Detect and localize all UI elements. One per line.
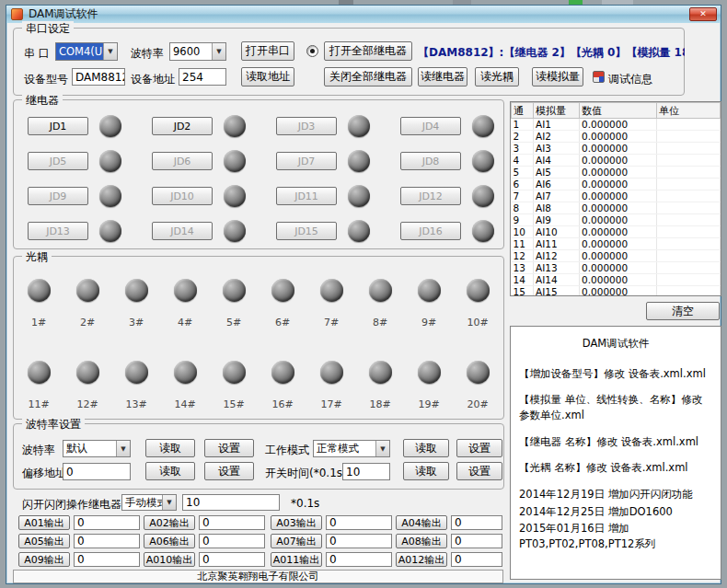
opto-indicator-7	[320, 279, 343, 302]
table-row[interactable]: 6AI60.000000	[512, 179, 721, 190]
info-line: 【继电器 名称】修改 设备表.xml.xml	[519, 434, 712, 450]
table-row[interactable]: 4AI40.000000	[512, 155, 721, 167]
table-row[interactable]: 11AI110.000000	[512, 238, 721, 250]
read-analog-button[interactable]: 读模拟量	[532, 67, 583, 86]
open-all-relays-button[interactable]: 打开全部继电器	[324, 41, 412, 61]
flash-mode-combo[interactable]: 手动模式 ▼	[121, 494, 177, 511]
ao-output-input-3[interactable]: 0	[326, 515, 392, 530]
ao-output-button-2[interactable]: A02输出	[144, 515, 195, 530]
ao-output-button-5[interactable]: A05输出	[18, 534, 70, 548]
read-address-button[interactable]: 读取地址	[241, 67, 294, 86]
offset-set-button[interactable]: 设置	[204, 462, 254, 480]
info-panel-title: DAM调试软件	[519, 336, 712, 352]
switch-time-input[interactable]: 10	[342, 463, 390, 480]
cell-ch: 3	[512, 143, 534, 155]
table-row[interactable]: 2AI20.000000	[512, 131, 721, 143]
relay-button-jd13[interactable]: JD13	[28, 222, 88, 240]
ao-output-button-11[interactable]: A011输出	[271, 552, 322, 567]
relay-button-jd7[interactable]: JD7	[276, 152, 337, 170]
baud-setting-combo[interactable]: 默认 ▼	[63, 440, 131, 457]
switch-read-button[interactable]: 读取	[403, 462, 449, 480]
relay-button-jd15[interactable]: JD15	[276, 222, 337, 240]
relay-button-jd1[interactable]: JD1	[28, 117, 88, 135]
table-row[interactable]: 5AI50.000000	[512, 167, 721, 179]
relay-button-jd2[interactable]: JD2	[152, 117, 213, 135]
ao-output-button-8[interactable]: A08输出	[396, 534, 447, 548]
ao-output-input-5[interactable]: 0	[74, 534, 140, 548]
ao-output-input-10[interactable]: 0	[199, 552, 265, 567]
work-mode-read-button[interactable]: 读取	[403, 439, 449, 457]
ao-output-input-2[interactable]: 0	[199, 515, 265, 530]
status-bar: 北京聚英翱翔电子有限公司	[13, 570, 503, 583]
info-line: 2014年12月19日 增加闪开闪闭功能	[519, 487, 712, 502]
table-row[interactable]: 15AI150.000000	[512, 286, 721, 297]
ao-output-button-4[interactable]: A04输出	[396, 515, 447, 530]
baud-settings-legend: 波特率设置	[22, 417, 85, 432]
table-row[interactable]: 12AI120.000000	[512, 250, 721, 262]
baud-read-button[interactable]: 读取	[145, 439, 195, 457]
relay-button-jd6[interactable]: JD6	[152, 152, 213, 170]
baud-rate-combo[interactable]: 9600 ▼	[169, 42, 226, 61]
table-row[interactable]: 14AI140.000000	[512, 274, 721, 286]
ao-output-button-9[interactable]: A09输出	[18, 552, 70, 567]
close-all-relays-button[interactable]: 关闭全部继电器	[324, 67, 412, 86]
cell-value: 0.000000	[580, 238, 657, 250]
flash-time-input[interactable]: 10	[182, 494, 280, 511]
ao-output-input-11[interactable]: 0	[326, 552, 392, 567]
table-row[interactable]: 7AI70.000000	[512, 190, 721, 202]
relay-button-jd12[interactable]: JD12	[400, 187, 461, 205]
ao-output-button-7[interactable]: A07输出	[271, 534, 322, 548]
ao-output-input-7[interactable]: 0	[326, 534, 392, 548]
device-address-input[interactable]: 254	[179, 68, 226, 86]
clear-button[interactable]: 清空	[646, 302, 720, 320]
ao-output-button-12[interactable]: A012输出	[396, 552, 447, 567]
ao-output-input-12[interactable]: 0	[451, 552, 502, 567]
table-row[interactable]: 3AI30.000000	[512, 143, 721, 155]
port-status-radio[interactable]	[306, 45, 318, 57]
relay-button-jd14[interactable]: JD14	[152, 222, 213, 240]
ao-output-button-3[interactable]: A03输出	[271, 515, 322, 530]
ao-output-input-8[interactable]: 0	[451, 534, 502, 548]
ao-output-button-6[interactable]: A06输出	[144, 534, 195, 548]
opto-label-1: 1#	[25, 317, 52, 329]
opto-label-14: 14#	[171, 398, 199, 410]
baud-set-button[interactable]: 设置	[204, 439, 254, 457]
ao-output-input-9[interactable]: 0	[74, 552, 140, 567]
relay-button-jd9[interactable]: JD9	[28, 187, 88, 205]
relay-indicator-12	[472, 185, 494, 207]
ao-output-button-1[interactable]: A01输出	[18, 515, 70, 530]
opto-indicator-19	[418, 361, 441, 384]
debug-info-icon[interactable]	[593, 71, 605, 83]
ao-output-button-10[interactable]: A010输出	[144, 552, 195, 567]
work-mode-combo[interactable]: 正常模式 ▼	[313, 440, 390, 457]
offset-address-input[interactable]: 0	[63, 463, 131, 480]
relay-button-jd5[interactable]: JD5	[28, 152, 88, 170]
cell-unit	[657, 274, 721, 286]
relay-button-jd3[interactable]: JD3	[276, 117, 337, 135]
read-opto-button[interactable]: 读光耦	[475, 67, 519, 86]
work-mode-set-button[interactable]: 设置	[456, 439, 502, 457]
cell-unit	[657, 202, 721, 214]
close-button[interactable]: ✕	[689, 7, 717, 21]
open-port-button[interactable]: 打开串口	[241, 41, 294, 61]
ao-output-input-4[interactable]: 0	[451, 515, 502, 530]
table-row[interactable]: 9AI90.000000	[512, 214, 721, 226]
ao-output-input-1[interactable]: 0	[74, 515, 140, 530]
table-row[interactable]: 13AI130.000000	[512, 262, 721, 274]
read-relay-button[interactable]: 读继电器	[418, 67, 467, 86]
flash-relay-label: 闪开闪闭操作继电器	[22, 497, 121, 513]
relay-button-jd11[interactable]: JD11	[276, 187, 337, 205]
ao-output-input-6[interactable]: 0	[199, 534, 265, 548]
relay-button-jd8[interactable]: JD8	[400, 152, 461, 170]
table-row[interactable]: 1AI10.000000	[512, 119, 721, 131]
device-model-input[interactable]: DAM8812	[72, 68, 125, 86]
titlebar[interactable]: DAM调试软件 ✕	[6, 6, 721, 23]
offset-read-button[interactable]: 读取	[145, 462, 195, 480]
relay-button-jd16[interactable]: JD16	[400, 222, 461, 240]
relay-button-jd4[interactable]: JD4	[400, 117, 461, 135]
table-row[interactable]: 8AI80.000000	[512, 202, 721, 214]
switch-set-button[interactable]: 设置	[456, 462, 502, 480]
serial-port-combo[interactable]: COM4(U) ▼	[55, 42, 118, 61]
relay-button-jd10[interactable]: JD10	[152, 187, 213, 205]
table-row[interactable]: 10AI100.000000	[512, 226, 721, 238]
